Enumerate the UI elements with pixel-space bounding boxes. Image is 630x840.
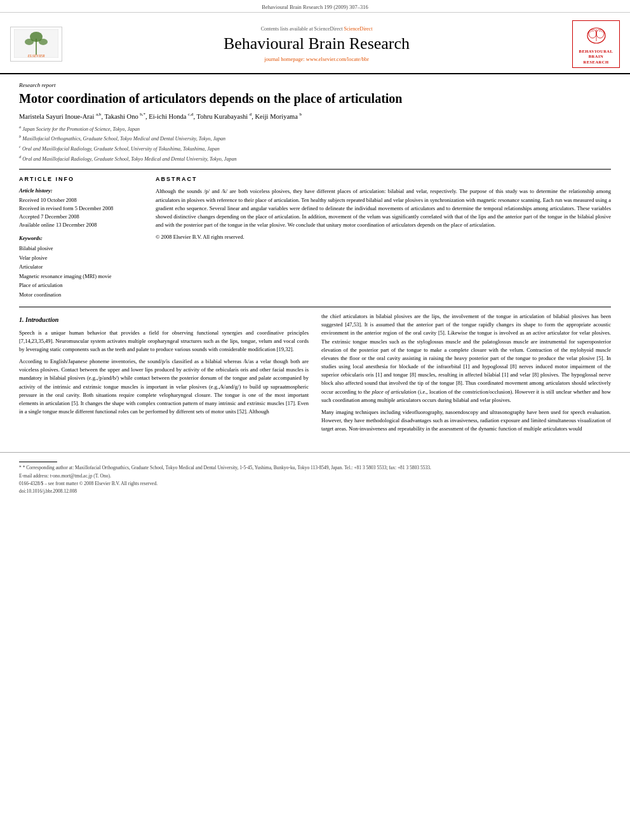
- main-content: Research report Motor coordination of ar…: [0, 74, 630, 447]
- history-heading: Article history:: [19, 187, 143, 194]
- journal-homepage: journal homepage: www.elsevier.com/locat…: [71, 56, 562, 62]
- page-footer: * * Corresponding author at: Maxillofaci…: [0, 452, 630, 500]
- sciencedirect-line: Contents lists available at ScienceDirec…: [71, 26, 562, 32]
- history-section: Article history: Received 10 October 200…: [19, 187, 143, 229]
- affiliations: a Japan Society for the Promotion of Sci…: [19, 124, 611, 163]
- left-column: 1. Introduction Speech is a unique human…: [19, 312, 309, 437]
- footer-divider: [19, 462, 57, 462]
- abstract-text: Although the sounds /p/ and /k/ are both…: [156, 187, 611, 229]
- issn-line: 0166-4328/$ – see front matter © 2008 El…: [19, 481, 611, 486]
- abstract-heading: ABSTRACT: [156, 176, 611, 182]
- intro-heading: 1. Introduction: [19, 315, 309, 325]
- left-para-2: According to English/Japanese phoneme in…: [19, 357, 309, 416]
- keywords-section: Keywords: Bilabial plosive Velar plosive…: [19, 235, 143, 299]
- journal-title-block: Contents lists available at ScienceDirec…: [71, 26, 562, 62]
- bbr-title: BEHAVIOURALBRAINRESEARCH: [575, 49, 617, 65]
- corresponding-author-note: * * Corresponding author at: Maxillofaci…: [19, 465, 611, 472]
- doi-line: doi:10.1016/j.bbr.2008.12.008: [19, 488, 611, 494]
- bbr-logo: BEHAVIOURALBRAINRESEARCH: [572, 20, 620, 68]
- copyright-line: © 2008 Elsevier B.V. All rights reserved…: [156, 233, 611, 241]
- elsevier-logo: ELSEVIER: [10, 27, 61, 62]
- elsevier-logo-box: ELSEVIER: [10, 27, 62, 62]
- paper-title: Motor coordination of articulators depen…: [19, 91, 611, 107]
- article-info-heading: ARTICLE INFO: [19, 176, 143, 182]
- section-label: Research report: [19, 82, 611, 88]
- keywords-heading: Keywords:: [19, 235, 143, 241]
- abstract-section: ABSTRACT Although the sounds /p/ and /k/…: [156, 176, 611, 299]
- right-para-1: the chief articulators in bilabial plosi…: [321, 312, 611, 404]
- right-para-2: Many imaging techniques including videof…: [321, 408, 611, 434]
- keywords-list: Bilabial plosive Velar plosive Articulat…: [19, 244, 143, 299]
- history-dates: Received 10 October 2008 Received in rev…: [19, 196, 143, 229]
- article-info: ARTICLE INFO Article history: Received 1…: [19, 176, 143, 299]
- svg-point-4: [39, 39, 48, 45]
- citation-text: Behavioural Brain Research 199 (2009) 30…: [262, 4, 368, 10]
- right-column: the chief articulators in bilabial plosi…: [321, 312, 611, 437]
- left-para-1: Speech is a unique human behavior that p…: [19, 329, 309, 354]
- body-content: 1. Introduction Speech is a unique human…: [19, 307, 611, 437]
- authors-line: Maristela Sayuri Inoue-Arai a,b, Takashi…: [19, 112, 611, 120]
- svg-text:ELSEVIER: ELSEVIER: [27, 54, 45, 58]
- journal-citation: Behavioural Brain Research 199 (2009) 30…: [0, 0, 630, 13]
- svg-point-3: [25, 39, 34, 45]
- journal-title: Behavioural Brain Research: [71, 34, 562, 53]
- article-info-abstract-section: ARTICLE INFO Article history: Received 1…: [19, 169, 611, 299]
- journal-header: ELSEVIER Contents lists available at Sci…: [0, 15, 630, 74]
- page: Behavioural Brain Research 199 (2009) 30…: [0, 0, 630, 840]
- email-note: E-mail address: t-ono.mort@tmd.ac.jp (T.…: [19, 473, 611, 480]
